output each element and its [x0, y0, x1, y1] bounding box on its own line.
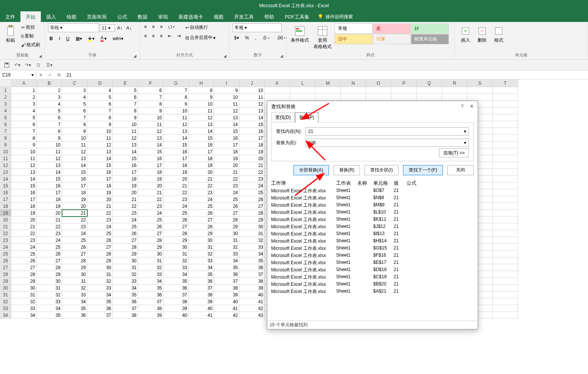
cell[interactable]: 36 — [214, 271, 239, 278]
increase-decimal-button[interactable]: .0→ — [261, 34, 272, 41]
cell[interactable]: 36 — [113, 298, 138, 305]
cell[interactable]: 3 — [37, 94, 62, 101]
results-pane[interactable]: 工作簿 工作表 名称 单元格 值 公式 Microsoft Excel 工作表.… — [267, 179, 478, 321]
menu-tab-8[interactable]: 新建选项卡 — [173, 11, 208, 22]
cell[interactable]: 39 — [163, 305, 189, 312]
cell[interactable]: 24 — [239, 182, 265, 189]
cell[interactable]: 33 — [189, 257, 214, 264]
cell[interactable] — [493, 217, 518, 223]
col-header-G[interactable]: G — [163, 79, 189, 87]
row-header-24[interactable]: 24 — [0, 244, 11, 251]
cell[interactable] — [493, 176, 518, 182]
row-header-18[interactable]: 18 — [0, 203, 11, 210]
row-header-33[interactable]: 33 — [0, 305, 11, 312]
cell[interactable]: 20 — [138, 182, 163, 189]
cell[interactable]: 19 — [214, 155, 239, 162]
format-painter-button[interactable]: 🖌格式刷 — [20, 41, 42, 49]
cell[interactable]: 20 — [214, 162, 239, 169]
col-header-K[interactable]: K — [265, 79, 290, 87]
cell[interactable]: 17 — [11, 196, 37, 203]
cell[interactable]: 35 — [37, 312, 62, 319]
select-all-corner[interactable] — [0, 79, 11, 87]
chevron-down-icon[interactable]: ▾ — [464, 140, 466, 145]
cell[interactable]: 36 — [189, 278, 214, 285]
cell[interactable]: 15 — [62, 169, 87, 176]
cell[interactable]: 23 — [11, 237, 37, 244]
cell[interactable]: 37 — [138, 298, 163, 305]
menu-tab-12[interactable]: PDF工具集 — [279, 11, 315, 22]
paste-button[interactable]: 粘贴 — [3, 23, 18, 45]
cell[interactable] — [493, 257, 518, 264]
cell[interactable] — [493, 298, 518, 305]
cell[interactable]: 34 — [11, 312, 37, 319]
style-good[interactable]: 好 — [411, 23, 449, 34]
cell[interactable]: 19 — [37, 203, 62, 210]
cell[interactable]: 7 — [138, 94, 163, 101]
cell[interactable] — [493, 87, 518, 94]
cell[interactable]: 13 — [138, 135, 163, 142]
formula-input[interactable]: 21 — [64, 72, 588, 78]
align-bottom-button[interactable]: ≡ — [158, 23, 164, 30]
cell[interactable]: 12 — [138, 128, 163, 135]
table-format-button[interactable]: 套用 表格格式 — [312, 23, 333, 51]
cell[interactable]: 14 — [214, 121, 239, 128]
bold-button[interactable]: B — [48, 35, 54, 42]
cell[interactable]: 8 — [62, 121, 87, 128]
col-header-N[interactable]: N — [341, 79, 366, 87]
cell[interactable]: 12 — [239, 101, 265, 108]
cell[interactable]: 12 — [11, 162, 37, 169]
cell[interactable]: 40 — [239, 291, 265, 298]
insert-cells-button[interactable]: +插入 — [458, 23, 473, 45]
cell[interactable]: 12 — [113, 135, 138, 142]
cell[interactable]: 13 — [113, 142, 138, 148]
cell[interactable]: 20 — [87, 196, 113, 203]
cell[interactable]: 31 — [138, 257, 163, 264]
row-header-34[interactable]: 34 — [0, 312, 11, 319]
cell[interactable]: 33 — [11, 305, 37, 312]
cell[interactable]: 5 — [113, 87, 138, 94]
cell[interactable]: 22 — [239, 169, 265, 176]
cell[interactable]: 20 — [189, 169, 214, 176]
cell[interactable]: 7 — [62, 114, 87, 121]
cell[interactable]: 32 — [62, 285, 87, 291]
cell[interactable]: 26 — [138, 223, 163, 230]
result-row[interactable]: Microsoft Excel 工作表.xlsxSheet1$L$1021 — [271, 209, 474, 216]
row-header-16[interactable]: 16 — [0, 189, 11, 196]
cell[interactable] — [467, 94, 493, 101]
cell[interactable]: 20 — [113, 189, 138, 196]
cell[interactable] — [493, 251, 518, 257]
cell[interactable]: 2 — [37, 87, 62, 94]
comma-button[interactable]: , — [253, 34, 258, 41]
cell[interactable] — [493, 162, 518, 169]
result-row[interactable]: Microsoft Excel 工作表.xlsxSheet1$A$2121 — [271, 288, 474, 295]
cell[interactable]: 4 — [87, 87, 113, 94]
cell[interactable]: 14 — [189, 128, 214, 135]
cell[interactable]: 18 — [239, 142, 265, 148]
style-check[interactable]: 检查单元格 — [411, 34, 449, 44]
cell[interactable]: 22 — [138, 196, 163, 203]
cell[interactable]: 8 — [113, 108, 138, 114]
cell[interactable]: 7 — [87, 108, 113, 114]
cell[interactable]: 29 — [87, 257, 113, 264]
cell[interactable]: 33 — [87, 285, 113, 291]
increase-indent-button[interactable]: ⇥ — [175, 33, 182, 39]
cell[interactable]: 21 — [62, 210, 87, 217]
cell[interactable]: 37 — [189, 285, 214, 291]
cell[interactable]: 27 — [87, 244, 113, 251]
cell[interactable]: 37 — [239, 271, 265, 278]
cell[interactable]: 8 — [87, 114, 113, 121]
result-row[interactable]: Microsoft Excel 工作表.xlsxSheet1$D$1821 — [271, 266, 474, 274]
cell[interactable]: 16 — [87, 169, 113, 176]
col-header-R[interactable]: R — [442, 79, 467, 87]
options-button[interactable]: 选项(T) >> — [439, 148, 469, 157]
cell[interactable]: 12 — [62, 148, 87, 155]
cell[interactable]: 36 — [87, 305, 113, 312]
cell[interactable]: 31 — [62, 278, 87, 285]
phonetic-button[interactable]: wén▾ — [111, 35, 125, 42]
cell[interactable]: 27 — [163, 223, 189, 230]
fx-button[interactable]: fx — [54, 72, 64, 78]
cell[interactable]: 30 — [62, 271, 87, 278]
cell[interactable]: 14 — [11, 176, 37, 182]
dialog-titlebar[interactable]: 查找和替换 ? ✕ — [267, 101, 478, 112]
cell[interactable]: 7 — [11, 128, 37, 135]
